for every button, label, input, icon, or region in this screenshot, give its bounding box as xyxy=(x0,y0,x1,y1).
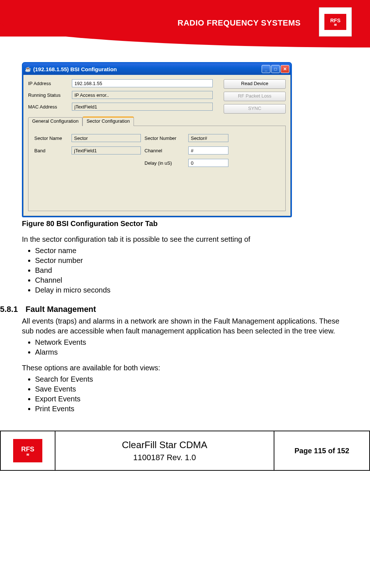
page-footer: RFS ≋ ClearFill Star CDMA 1100187 Rev. 1… xyxy=(0,431,370,471)
list-item: Save Events xyxy=(35,385,352,393)
footer-subtitle: 1100187 Rev. 1.0 xyxy=(133,453,196,462)
fault-paragraph-2: These options are available for both vie… xyxy=(22,363,352,373)
channel-label: Channel xyxy=(144,148,185,153)
mac-address-field xyxy=(72,103,213,111)
fault-paragraph-1: All events (traps) and alarms in a netwo… xyxy=(22,316,352,336)
footer-logo-text: RFS xyxy=(21,446,34,453)
list-item: Export Events xyxy=(35,395,352,403)
footer-title: ClearFill Star CDMA xyxy=(122,439,207,451)
bullet-list-2: Network Events Alarms xyxy=(35,338,352,356)
running-status-field xyxy=(72,91,213,99)
section-number: 5.8.1 xyxy=(0,305,26,314)
window-title: (192.168.1.55) BSI Configuration xyxy=(33,66,117,72)
java-icon: ☕ xyxy=(24,66,31,72)
channel-field[interactable] xyxy=(188,146,228,154)
running-status-label: Running Status xyxy=(28,92,72,98)
footer-rfs-logo: RFS ≋ xyxy=(13,439,42,462)
sector-number-label: Sector Number xyxy=(144,135,185,141)
window-titlebar[interactable]: ☕ (192.168.1.55) BSI Configuration _ □ ✕ xyxy=(23,63,291,75)
ip-address-input[interactable] xyxy=(72,79,213,87)
band-field[interactable] xyxy=(72,146,141,154)
list-item: Channel xyxy=(35,276,352,285)
sector-tab-panel: Sector Name Sector Number Band Channel D… xyxy=(28,126,286,211)
figure-caption: Figure 80 BSI Configuration Sector Tab xyxy=(22,219,352,228)
list-item: Band xyxy=(35,266,352,275)
bullet-list-1: Sector name Sector number Band Channel D… xyxy=(35,247,352,294)
bullet-list-3: Search for Events Save Events Export Eve… xyxy=(35,375,352,413)
sector-name-field[interactable] xyxy=(72,134,141,142)
list-item: Delay in micro seconds xyxy=(35,286,352,294)
wave-icon: ≋ xyxy=(334,23,337,26)
list-item: Print Events xyxy=(35,405,352,413)
minimize-button[interactable]: _ xyxy=(262,65,270,73)
band-label: Band xyxy=(34,148,68,153)
page-header: RADIO FREQUENCY SYSTEMS RFS ≋ xyxy=(0,0,370,47)
tab-sector-configuration[interactable]: Sector Configuration xyxy=(82,117,134,126)
list-item: Sector number xyxy=(35,256,352,265)
list-item: Sector name xyxy=(35,247,352,255)
read-device-button[interactable]: Read Device xyxy=(224,79,286,89)
sync-button[interactable]: SYNC xyxy=(224,104,286,114)
page-number: Page 115 of 152 xyxy=(294,447,349,455)
ip-address-label: IP Address xyxy=(28,81,72,86)
rf-packet-loss-button[interactable]: RF Packet Loss xyxy=(224,92,286,101)
brand-text: RADIO FREQUENCY SYSTEMS xyxy=(178,18,301,28)
section-title: Fault Management xyxy=(26,305,96,314)
section-heading: 5.8.1 Fault Management xyxy=(22,305,352,314)
delay-label: Delay (in uS) xyxy=(144,160,185,166)
list-item: Network Events xyxy=(35,338,352,347)
delay-field[interactable] xyxy=(188,159,228,167)
close-button[interactable]: ✕ xyxy=(281,65,289,73)
intro-paragraph: In the sector configuration tab it is po… xyxy=(22,234,352,244)
list-item: Alarms xyxy=(35,348,352,356)
rfs-logo: RFS ≋ xyxy=(319,7,352,37)
tab-general-configuration[interactable]: General Configuration xyxy=(28,117,82,126)
maximize-button[interactable]: □ xyxy=(271,65,280,73)
list-item: Search for Events xyxy=(35,375,352,383)
mac-address-label: MAC Address xyxy=(28,104,72,110)
sector-name-label: Sector Name xyxy=(34,135,68,141)
bsi-config-window: ☕ (192.168.1.55) BSI Configuration _ □ ✕… xyxy=(22,62,292,217)
wave-icon: ≋ xyxy=(26,453,29,456)
sector-number-field[interactable] xyxy=(188,134,228,142)
